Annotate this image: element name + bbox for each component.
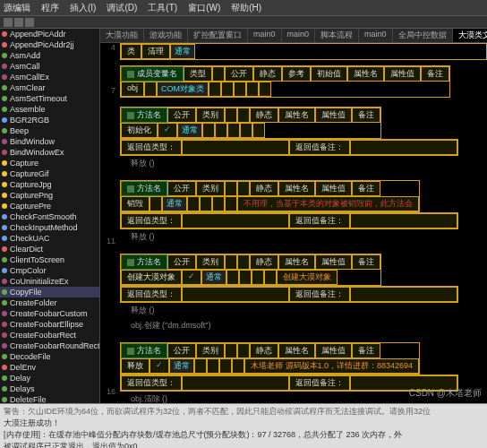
tab[interactable]: 扩控配置窗口: [188, 29, 248, 42]
expand-icon[interactable]: [127, 71, 134, 78]
sidebar-item[interactable]: CaptureGif: [0, 168, 99, 179]
tab[interactable]: 大漠功能: [100, 29, 144, 42]
check-cell[interactable]: ✓: [182, 270, 201, 285]
sidebar-item[interactable]: CreateFolder: [0, 297, 99, 308]
sidebar-item[interactable]: ClientToScreen: [0, 254, 99, 265]
line-gutter: 471116: [100, 43, 118, 403]
sidebar-item[interactable]: DecodeFile: [0, 351, 99, 362]
kind-cell[interactable]: 通常: [201, 270, 226, 285]
sidebar-item[interactable]: CapturePng: [0, 190, 99, 201]
check-cell[interactable]: ✓: [158, 123, 177, 138]
sidebar-label: CapturePre: [10, 202, 51, 211]
sidebar-item[interactable]: DelEnv: [0, 362, 99, 373]
sidebar-item[interactable]: AsmAdd: [0, 50, 99, 61]
tab[interactable]: main0: [359, 29, 393, 42]
tab[interactable]: main0: [248, 29, 282, 42]
sidebar-item[interactable]: AppendPicAddr2jj: [0, 39, 99, 50]
sidebar-item[interactable]: DeleteFile: [0, 394, 99, 403]
bullet-icon: [2, 160, 7, 166]
tool-icon[interactable]: [4, 18, 13, 27]
ret-val[interactable]: [182, 287, 289, 302]
sidebar-item[interactable]: AsmCallEx: [0, 72, 99, 82]
menu-item[interactable]: 插入(I): [70, 2, 96, 14]
method-name[interactable]: 创建大漠对象: [121, 270, 182, 285]
check-cell[interactable]: [144, 82, 157, 97]
sidebar-item[interactable]: CmpColor: [0, 265, 99, 276]
cell[interactable]: 通常: [170, 44, 195, 59]
menu-item[interactable]: 源编辑: [4, 2, 30, 14]
bullet-icon: [2, 128, 7, 134]
tool-icon[interactable]: [14, 18, 23, 27]
sidebar-item[interactable]: AsmSetTimeout: [0, 93, 99, 104]
block-header[interactable]: 方法名: [121, 181, 167, 196]
sidebar-item[interactable]: CreateFoobarRoundRect: [0, 340, 99, 351]
kind-cell[interactable]: 通常: [162, 196, 187, 211]
sidebar-item[interactable]: CreateFoobarCustom: [0, 308, 99, 319]
menu-item[interactable]: 调试(D): [107, 2, 137, 14]
block-header[interactable]: 方法名: [121, 254, 167, 270]
sidebar-item[interactable]: Assemble: [0, 104, 99, 115]
block-header[interactable]: 方法名: [121, 343, 167, 358]
sidebar-item[interactable]: CreateFoobarEllipse: [0, 319, 99, 330]
bullet-icon: [2, 375, 7, 381]
expand-icon[interactable]: [127, 185, 134, 193]
sidebar-item[interactable]: AsmCall: [0, 61, 99, 72]
check-cell[interactable]: [150, 196, 162, 211]
sidebar-item[interactable]: CapturePre: [0, 201, 99, 211]
sidebar-item[interactable]: BindWindow: [0, 136, 99, 147]
tab[interactable]: 脚本流程: [315, 29, 359, 42]
expand-icon[interactable]: [127, 348, 134, 355]
method-name[interactable]: 销毁: [121, 196, 150, 211]
method-name[interactable]: 释放: [121, 358, 150, 374]
sidebar-item[interactable]: CreateFoobarRect: [0, 330, 99, 340]
sidebar-item[interactable]: Delays: [0, 383, 99, 394]
menu-item[interactable]: 窗口(W): [188, 2, 220, 14]
sidebar-item[interactable]: CoUninitializeEx: [0, 276, 99, 287]
col-header: 静态: [250, 343, 278, 358]
expand-icon[interactable]: [127, 259, 134, 266]
sidebar-item[interactable]: CopyFile: [0, 287, 99, 297]
sidebar-item[interactable]: CheckInputMethod: [0, 222, 99, 233]
sidebar-item[interactable]: CheckFontSmooth: [0, 211, 99, 222]
cell: [200, 196, 212, 211]
sidebar-item[interactable]: CheckUAC: [0, 233, 99, 244]
sidebar-item[interactable]: Beep: [0, 125, 99, 136]
tab[interactable]: 游戏功能: [144, 29, 188, 42]
sidebar-item[interactable]: BindWindowEx: [0, 147, 99, 158]
console-line: [内存使用]：在缓存池中峰值分配内存块数/缓存池总尺寸(预分配块数)：97 / …: [4, 429, 483, 441]
tab[interactable]: 全局中控数据: [393, 29, 453, 42]
sidebar-item[interactable]: Capture: [0, 158, 99, 168]
sidebar-item[interactable]: Delay: [0, 373, 99, 383]
menu-item[interactable]: 工具(T): [148, 2, 177, 14]
ret-note[interactable]: [350, 140, 457, 155]
method-name[interactable]: obj: [121, 82, 144, 97]
bullet-icon: [2, 203, 7, 209]
kind-cell[interactable]: 通常: [177, 123, 202, 138]
menu-item[interactable]: 程序: [41, 2, 59, 14]
col-header: 属性名: [347, 66, 384, 82]
sidebar-item[interactable]: CaptureJpg: [0, 179, 99, 190]
col-header: [225, 181, 237, 196]
check-cell[interactable]: ✓: [150, 358, 169, 374]
ret-val[interactable]: [182, 375, 289, 391]
sidebar-item[interactable]: ClearDict: [0, 244, 99, 254]
tab[interactable]: main0: [282, 29, 316, 42]
kind-cell[interactable]: 通常: [169, 358, 194, 374]
tab[interactable]: 大漠类文本: [453, 29, 487, 42]
sidebar-item[interactable]: BGR2RGB: [0, 115, 99, 125]
sidebar-item[interactable]: AppendPicAddr: [0, 29, 99, 39]
ret-note[interactable]: [350, 213, 457, 228]
block-header[interactable]: 方法名: [121, 108, 167, 123]
method-name[interactable]: 初始化: [121, 123, 158, 138]
sidebar-label: CoUninitializeEx: [10, 277, 69, 286]
menu-item[interactable]: 帮助(H): [231, 2, 261, 14]
sidebar-item[interactable]: AsmClear: [0, 82, 99, 93]
col-header: 参考: [282, 66, 311, 82]
ret-val[interactable]: [182, 213, 289, 228]
block-header[interactable]: 成员变量名: [121, 66, 184, 82]
tool-icon[interactable]: [25, 18, 34, 27]
kind-cell[interactable]: COM对象类: [157, 82, 209, 97]
expand-icon[interactable]: [127, 112, 134, 119]
ret-note[interactable]: [350, 287, 457, 302]
ret-val[interactable]: [182, 140, 289, 155]
